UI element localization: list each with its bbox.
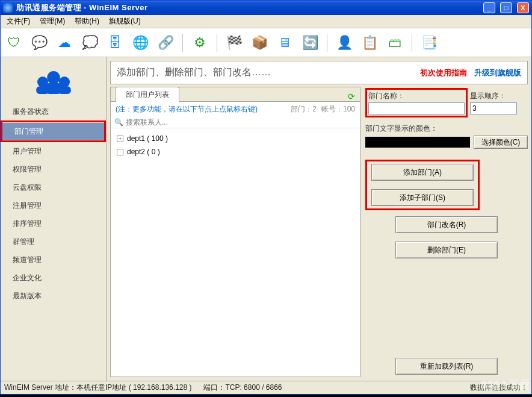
box-icon[interactable]: 📦	[249, 32, 270, 54]
page-title: 添加部门、删除部门、部门改名……	[117, 66, 420, 79]
sidebar-item-server-status[interactable]: 服务器状态	[1, 102, 106, 120]
sidebar-item-permission[interactable]: 权限管理	[1, 160, 106, 178]
name-highlight: 部门名称：	[365, 88, 468, 117]
cloud-icon[interactable]: ☁	[54, 32, 75, 54]
svg-rect-5	[58, 86, 71, 94]
delete-dept-button[interactable]: 删除部门(E)	[395, 242, 498, 258]
spacer	[365, 262, 528, 352]
main-area: 服务器状态 部门管理 用户管理 权限管理 云盘权限 注册管理 排序管理 群管理 …	[1, 57, 531, 381]
copy-icon[interactable]: 📑	[418, 32, 440, 54]
dept-name-input[interactable]	[368, 102, 465, 114]
search-icon: 🔍	[114, 118, 123, 127]
separator	[217, 34, 217, 52]
separator	[412, 34, 412, 52]
globe-icon[interactable]: 🌐	[129, 32, 151, 54]
content: 添加部门、删除部门、部门改名…… 初次使用指南 升级到旗舰版 部门用户列表 ⟳ …	[107, 57, 531, 381]
menubar: 文件(F) 管理(M) 帮助(H) 旗舰版(U)	[1, 15, 531, 28]
add-subdept-button[interactable]: 添加子部门(S)	[371, 189, 474, 206]
search-row: 🔍	[111, 117, 360, 128]
other-buttons: 部门改名(R) 删除部门(E)	[365, 216, 528, 258]
tree-label: dept2 ( 0 )	[127, 148, 160, 156]
stack-icon[interactable]: 🗃	[384, 32, 406, 54]
toolbar: 🛡 💬 ☁ 💭 🗄 🌐 🔗 ⚙ 🏁 📦 🖥 🔄 👤 📋 🗃 📑	[1, 28, 531, 57]
order-input[interactable]	[470, 102, 517, 114]
acct-count: 帐号：100	[321, 104, 355, 114]
app-window: 助讯通服务端管理 - WinEIM Server _ □ X 文件(F) 管理(…	[0, 0, 532, 395]
dept-name-label: 部门名称：	[368, 91, 465, 101]
header-panel: 添加部门、删除部门、部门改名…… 初次使用指南 升级到旗舰版	[110, 61, 528, 84]
name-order-group: 部门名称： 显示顺序：	[365, 88, 528, 117]
tab-dept-users[interactable]: 部门用户列表	[116, 87, 179, 102]
sidebar-item-version[interactable]: 最新版本	[1, 287, 106, 305]
refresh-icon[interactable]: ⟳	[348, 92, 355, 101]
link-upgrade[interactable]: 升级到旗舰版	[474, 67, 521, 78]
left-column: 部门用户列表 ⟳ (注：更多功能，请在以下节点上点鼠标右键) 部门：2 帐号：1…	[110, 87, 360, 377]
sidebar-item-sort[interactable]: 排序管理	[1, 214, 106, 233]
link-guide[interactable]: 初次使用指南	[420, 67, 467, 78]
add-buttons-highlight: 添加部门(A) 添加子部门(S)	[365, 160, 480, 210]
choose-color-button[interactable]: 选择颜色(C)	[474, 136, 528, 149]
order-label: 显示顺序：	[470, 91, 517, 101]
tree-label: dept1 ( 100 )	[127, 134, 168, 143]
flag-icon[interactable]: 🏁	[223, 32, 245, 54]
sidebar-item-group[interactable]: 群管理	[1, 233, 106, 251]
tree-node-dept1[interactable]: + dept1 ( 100 )	[114, 132, 356, 145]
sidebar-highlight: 部门管理	[1, 120, 106, 142]
separator	[327, 34, 327, 52]
tree-node-dept2[interactable]: dept2 ( 0 )	[114, 145, 356, 158]
add-dept-button[interactable]: 添加部门(A)	[371, 164, 474, 181]
wechat-icon[interactable]: 💭	[79, 32, 101, 54]
menu-help[interactable]: 帮助(H)	[71, 15, 103, 28]
sidebar-item-channel[interactable]: 频道管理	[1, 251, 106, 269]
database-icon[interactable]: 🗄	[104, 32, 126, 54]
gear-icon[interactable]: ⚙	[189, 32, 211, 54]
right-column: 部门名称： 显示顺序： 部门文字显示的颜色：	[365, 87, 528, 377]
chat-icon[interactable]: 💬	[28, 32, 50, 54]
color-swatch	[365, 137, 470, 148]
statusbar: WinEIM Server 地址：本机任意IP地址 ( 192.168.136.…	[1, 381, 531, 394]
reload-list-button[interactable]: 重新加载列表(R)	[395, 358, 498, 375]
status-address: WinEIM Server 地址：本机任意IP地址 ( 192.168.136.…	[4, 383, 191, 393]
titlebar[interactable]: 助讯通服务端管理 - WinEIM Server _ □ X	[1, 1, 531, 15]
svg-point-4	[59, 77, 70, 87]
separator	[182, 34, 183, 52]
clipboard-icon[interactable]: 📋	[359, 32, 380, 54]
close-button[interactable]: X	[517, 2, 529, 13]
maximize-button[interactable]: □	[500, 2, 512, 13]
sidebar-item-cloud[interactable]: 云盘权限	[1, 178, 106, 196]
tree-view[interactable]: + dept1 ( 100 ) dept2 ( 0 )	[111, 128, 360, 377]
expand-icon[interactable]: +	[117, 136, 123, 142]
sidebar-logo	[1, 57, 106, 102]
search-input[interactable]	[126, 118, 356, 127]
sidebar: 服务器状态 部门管理 用户管理 权限管理 云盘权限 注册管理 排序管理 群管理 …	[1, 57, 107, 381]
refresh-icon[interactable]: 🔄	[299, 32, 321, 54]
note-row: (注：更多功能，请在以下节点上点鼠标右键) 部门：2 帐号：100	[111, 102, 360, 117]
leaf-icon	[117, 149, 123, 155]
svg-point-2	[47, 71, 60, 84]
window-title: 助讯通服务端管理 - WinEIM Server	[16, 2, 478, 13]
body-row: 部门用户列表 ⟳ (注：更多功能，请在以下节点上点鼠标右键) 部门：2 帐号：1…	[110, 87, 528, 377]
watermark: 9553下载	[480, 378, 530, 392]
link-icon[interactable]: 🔗	[155, 32, 176, 54]
menu-file[interactable]: 文件(F)	[3, 15, 34, 28]
brain-gear-icon[interactable]: 👤	[333, 32, 355, 54]
sidebar-item-culture[interactable]: 企业文化	[1, 269, 106, 287]
sidebar-item-department[interactable]: 部门管理	[2, 122, 104, 140]
minimize-button[interactable]: _	[483, 2, 495, 13]
note-text: (注：更多功能，请在以下节点上点鼠标右键)	[116, 104, 258, 114]
menu-flagship[interactable]: 旗舰版(U)	[105, 15, 144, 28]
shield-icon[interactable]: 🛡	[3, 32, 25, 54]
dept-count: 部门：2	[291, 104, 317, 114]
color-label: 部门文字显示的颜色：	[365, 123, 528, 134]
app-icon	[3, 3, 13, 13]
status-port: 端口：TCP: 6800 / 6866	[203, 383, 282, 393]
tab-strip: 部门用户列表 ⟳	[111, 87, 360, 102]
rename-dept-button[interactable]: 部门改名(R)	[395, 216, 498, 233]
sidebar-item-user[interactable]: 用户管理	[1, 142, 106, 160]
menu-manage[interactable]: 管理(M)	[36, 15, 69, 28]
sidebar-item-register[interactable]: 注册管理	[1, 196, 106, 214]
monitor-icon[interactable]: 🖥	[274, 32, 295, 54]
